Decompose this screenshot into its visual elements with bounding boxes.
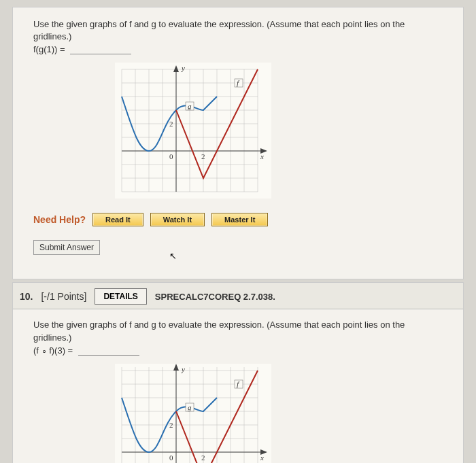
question-2-block: 10. [-/1 Points] DETAILS SPRECALC7COREQ … xyxy=(12,282,464,463)
q1-answer-input[interactable] xyxy=(70,45,131,54)
q2-expression-line: (f ∘ f)(3) = xyxy=(33,345,443,356)
svg-text:0: 0 xyxy=(169,152,173,160)
q1-prompt: Use the given graphs of f and g to evalu… xyxy=(33,18,443,43)
read-it-button[interactable]: Read It xyxy=(92,213,143,226)
question-1-block: Use the given graphs of f and g to evalu… xyxy=(12,7,464,279)
svg-text:2: 2 xyxy=(169,120,173,128)
q1-expression: f(g(1)) = xyxy=(33,44,65,54)
q2-prompt-text: Use the given graphs of f and g to evalu… xyxy=(33,320,405,342)
svg-text:x: x xyxy=(260,453,264,462)
q2-expression: (f ∘ f)(3) = xyxy=(33,345,73,356)
svg-text:2: 2 xyxy=(169,421,173,429)
need-help-row: Need Help? Read It Watch It Master It xyxy=(33,213,443,226)
svg-rect-35 xyxy=(115,364,271,463)
q2-answer-input[interactable] xyxy=(78,346,139,356)
q1-prompt-text: Use the given graphs of f and g to evalu… xyxy=(33,19,405,41)
svg-text:2: 2 xyxy=(201,453,205,462)
svg-text:y: y xyxy=(181,64,185,72)
cursor-icon: ↖ xyxy=(169,251,476,261)
svg-text:g: g xyxy=(188,403,192,411)
graph-svg-2: y x 0 2 2 g f xyxy=(115,364,271,463)
svg-text:g: g xyxy=(188,102,192,110)
master-it-button[interactable]: Master It xyxy=(211,213,268,226)
need-help-label: Need Help? xyxy=(33,214,86,225)
q1-expression-line: f(g(1)) = xyxy=(33,44,443,54)
q2-code: SPRECALC7COREQ 2.7.038. xyxy=(155,292,275,302)
svg-text:0: 0 xyxy=(169,453,173,462)
details-button[interactable]: DETAILS xyxy=(95,288,146,305)
q2-points: [-/1 Points] xyxy=(41,291,86,302)
svg-text:2: 2 xyxy=(201,152,205,160)
watch-it-button[interactable]: Watch It xyxy=(150,213,205,226)
svg-text:x: x xyxy=(260,152,264,160)
graph-svg-1: y x 0 2 2 g f xyxy=(115,63,271,199)
q2-number: 10. xyxy=(20,291,33,302)
svg-text:y: y xyxy=(181,365,185,373)
q2-prompt: Use the given graphs of f and g to evalu… xyxy=(33,319,443,343)
q1-graph: y x 0 2 2 g f xyxy=(115,63,443,201)
q2-graph: y x 0 2 2 g f xyxy=(115,364,443,463)
q2-header: 10. [-/1 Points] DETAILS SPRECALC7COREQ … xyxy=(13,283,463,309)
submit-answer-button[interactable]: Submit Answer xyxy=(33,240,100,255)
